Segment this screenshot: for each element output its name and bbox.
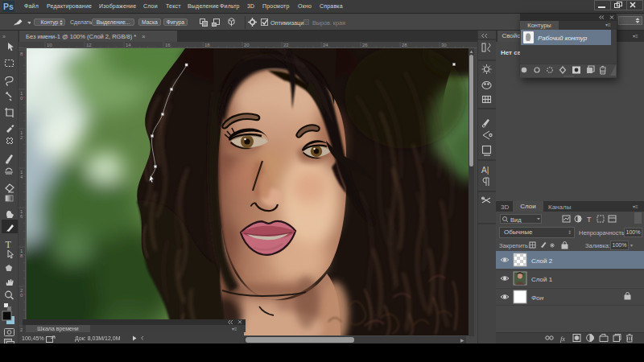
svg-text:fx: fx (560, 335, 565, 343)
svg-text:26: 26 (362, 43, 368, 47)
svg-text:0: 0 (20, 96, 23, 101)
svg-text:A|: A| (481, 166, 489, 175)
svg-text:18: 18 (204, 43, 210, 47)
svg-text:6: 6 (20, 214, 23, 219)
svg-text:8: 8 (20, 51, 23, 56)
svg-text:»: » (2, 34, 6, 39)
svg-text:14: 14 (126, 43, 131, 47)
svg-text:10: 10 (47, 43, 52, 47)
svg-text:16: 16 (165, 43, 171, 47)
svg-text:4: 4 (20, 175, 23, 179)
svg-text:8: 8 (20, 253, 23, 258)
svg-text:24: 24 (323, 43, 328, 47)
svg-text:Слой 1: Слой 1 (531, 276, 553, 283)
svg-text:Фон: Фон (531, 294, 544, 302)
svg-text:2: 2 (20, 135, 23, 140)
svg-text:T: T (587, 216, 592, 224)
svg-text:30: 30 (441, 43, 447, 47)
svg-text:Вид: Вид (510, 216, 522, 224)
svg-text:22: 22 (283, 43, 289, 47)
svg-text:28: 28 (402, 43, 407, 47)
svg-text:0: 0 (20, 293, 23, 298)
svg-text:T: T (6, 239, 12, 250)
svg-text:12: 12 (86, 43, 92, 47)
svg-text:20: 20 (244, 43, 250, 47)
svg-text:Слой 2: Слой 2 (531, 257, 553, 265)
